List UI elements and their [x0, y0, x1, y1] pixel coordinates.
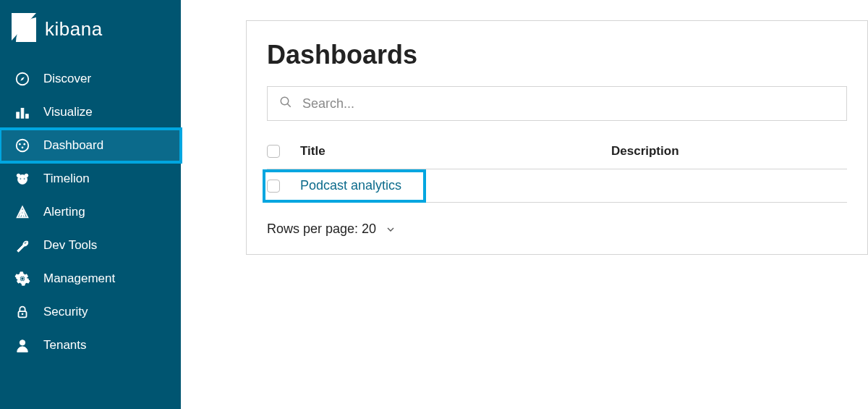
- rows-per-page[interactable]: Rows per page: 20: [267, 222, 847, 237]
- dashboard-link-podcast-analytics[interactable]: Podcast analytics: [300, 178, 401, 193]
- column-title[interactable]: Title: [300, 144, 611, 159]
- alerting-icon: A: [13, 204, 32, 220]
- svg-rect-4: [21, 109, 24, 119]
- select-all-checkbox[interactable]: [267, 145, 280, 158]
- sidebar-item-timelion[interactable]: Timelion: [0, 162, 181, 195]
- sidebar-item-label: Discover: [43, 72, 91, 86]
- svg-point-6: [17, 140, 29, 152]
- page-title: Dashboards: [267, 40, 847, 70]
- sidebar-item-devtools[interactable]: Dev Tools: [0, 229, 181, 262]
- bar-chart-icon: [13, 104, 32, 120]
- sidebar-item-label: Dashboard: [43, 138, 103, 153]
- sidebar-item-alerting[interactable]: A Alerting: [0, 195, 181, 229]
- sidebar-item-label: Visualize: [43, 105, 93, 119]
- svg-point-8: [23, 143, 25, 146]
- svg-rect-3: [17, 112, 20, 118]
- sidebar-item-dashboard[interactable]: Dashboard: [0, 129, 181, 162]
- chevron-down-icon: [385, 224, 396, 235]
- dashboards-card: Dashboards Title Description: [246, 20, 868, 255]
- wrench-icon: [13, 237, 32, 253]
- svg-point-11: [17, 174, 20, 177]
- brand[interactable]: kibana: [0, 0, 181, 58]
- kibana-logo-icon: [12, 13, 36, 45]
- lock-icon: [13, 304, 32, 320]
- svg-point-7: [19, 143, 21, 146]
- svg-line-22: [287, 104, 291, 107]
- divider: [267, 202, 847, 203]
- column-description[interactable]: Description: [611, 144, 847, 159]
- sidebar-item-tenants[interactable]: Tenants: [0, 329, 181, 362]
- sidebar-item-label: Dev Tools: [43, 238, 97, 253]
- sidebar-item-label: Alerting: [43, 205, 85, 219]
- timelion-icon: [13, 171, 32, 187]
- svg-point-20: [20, 340, 25, 345]
- svg-point-21: [281, 97, 289, 105]
- gear-icon: [13, 271, 32, 287]
- svg-point-19: [22, 313, 24, 315]
- main-panel: Dashboards Title Description: [181, 0, 868, 409]
- sidebar-item-label: Timelion: [43, 172, 90, 186]
- sidebar-item-label: Management: [43, 271, 115, 286]
- compass-icon: [13, 71, 32, 87]
- svg-rect-5: [26, 114, 29, 119]
- svg-point-12: [25, 174, 28, 177]
- svg-point-14: [24, 178, 25, 180]
- table-row: Podcast analytics: [267, 169, 847, 202]
- row-checkbox[interactable]: [267, 180, 280, 193]
- sidebar-item-management[interactable]: Management: [0, 262, 181, 295]
- svg-point-13: [20, 178, 21, 180]
- user-icon: [13, 337, 32, 353]
- nav: Discover Visualize Dashbo: [0, 62, 181, 362]
- rows-per-page-label: Rows per page: 20: [267, 222, 376, 237]
- sidebar: kibana Discover Visualize: [0, 0, 181, 409]
- sidebar-item-discover[interactable]: Discover: [0, 62, 181, 96]
- svg-text:A: A: [19, 208, 25, 219]
- search-icon: [279, 96, 302, 111]
- dashboard-icon: [13, 138, 32, 153]
- sidebar-item-label: Tenants: [43, 338, 87, 353]
- search-row[interactable]: [267, 86, 847, 121]
- brand-name: kibana: [45, 18, 103, 41]
- sidebar-item-label: Security: [43, 305, 88, 319]
- svg-point-17: [21, 277, 24, 280]
- table-header: Title Description: [267, 138, 847, 169]
- sidebar-item-visualize[interactable]: Visualize: [0, 96, 181, 129]
- svg-point-9: [22, 146, 24, 148]
- search-input[interactable]: [302, 96, 835, 111]
- svg-marker-2: [20, 77, 25, 81]
- sidebar-item-security[interactable]: Security: [0, 295, 181, 329]
